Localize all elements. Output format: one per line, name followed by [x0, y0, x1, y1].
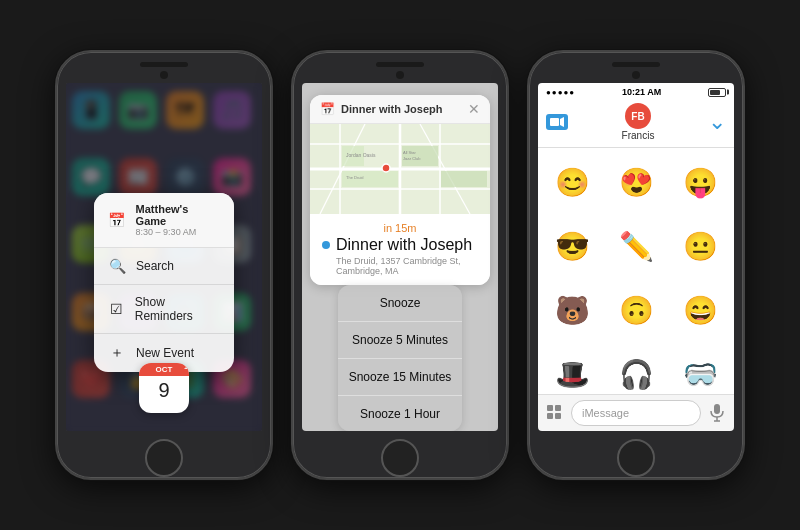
- message-header: FB Francis ⌄: [538, 99, 734, 148]
- phone-camera-3: [632, 71, 640, 79]
- snooze-options: Snooze Snooze 5 Minutes Snooze 15 Minute…: [338, 285, 463, 431]
- home-button-3[interactable]: [617, 439, 655, 477]
- checkbox-icon: ☑: [108, 301, 125, 317]
- new-event-label: New Event: [136, 346, 194, 360]
- event-name-row: Dinner with Joseph: [322, 236, 478, 254]
- notif-cal-icon: 📅: [320, 102, 335, 116]
- svg-rect-20: [547, 405, 553, 411]
- imessage-placeholder: iMessage: [582, 407, 629, 419]
- sticker-grid: 😊 😍 😛 😎 ✏️ 😐: [538, 148, 734, 394]
- map-svg: Jordan Oasis All Star Jazz Club The Drui…: [310, 124, 490, 214]
- sticker-7[interactable]: 🐻: [542, 280, 602, 340]
- video-icon[interactable]: [546, 114, 568, 130]
- close-icon[interactable]: ✕: [468, 101, 480, 117]
- svg-text:Jazz Club: Jazz Club: [403, 156, 421, 161]
- phone-screen-2: 📅 Dinner with Joseph ✕: [302, 83, 498, 431]
- event-time-countdown: in 15m: [322, 222, 478, 234]
- sticker-12[interactable]: 🥽: [670, 344, 730, 394]
- search-label: Search: [136, 259, 174, 273]
- context-item-search[interactable]: 🔍 Search: [94, 248, 234, 285]
- notification-app-name: Dinner with Joseph: [341, 103, 442, 115]
- status-time: 10:21 AM: [622, 87, 661, 97]
- avatar: FB: [625, 103, 651, 129]
- phone-camera-2: [396, 71, 404, 79]
- sticker-8[interactable]: 🙃: [606, 280, 666, 340]
- calendar-icon: 📅: [108, 212, 126, 228]
- sticker-9[interactable]: 😄: [670, 280, 730, 340]
- video-svg: [550, 117, 564, 127]
- sticker-1[interactable]: 😊: [542, 152, 602, 212]
- context-item-reminders[interactable]: ☑ Show Reminders: [94, 285, 234, 334]
- svg-rect-24: [714, 404, 720, 414]
- svg-rect-12: [441, 171, 487, 187]
- event-name: Dinner with Joseph: [336, 236, 472, 254]
- svg-text:All Star: All Star: [403, 150, 417, 155]
- status-bar: ●●●●● 10:21 AM: [538, 83, 734, 99]
- cal-day: 9: [158, 376, 169, 400]
- context-item-event[interactable]: 📅 Matthew's Game 8:30 – 9:30 AM: [94, 193, 234, 248]
- sticker-4[interactable]: 😎: [542, 216, 602, 276]
- event-address: The Druid, 1357 Cambridge St, Cambridge,…: [322, 256, 478, 276]
- input-area: iMessage: [538, 394, 734, 431]
- svg-marker-19: [560, 117, 564, 127]
- home-button-2[interactable]: [381, 439, 419, 477]
- chevron-down-icon[interactable]: ⌄: [708, 109, 726, 135]
- notification-header: 📅 Dinner with Joseph ✕: [310, 95, 490, 124]
- carrier-dots: ●●●●●: [546, 88, 575, 97]
- sticker-3[interactable]: 😛: [670, 152, 730, 212]
- svg-rect-21: [555, 405, 561, 411]
- snooze-option-1[interactable]: Snooze 5 Minutes: [338, 322, 463, 359]
- mic-button[interactable]: [706, 402, 728, 424]
- phone-speaker-3: [612, 62, 660, 67]
- sticker-6[interactable]: 😐: [670, 216, 730, 276]
- battery-icon: [708, 88, 726, 97]
- svg-rect-23: [555, 413, 561, 419]
- context-menu: 📅 Matthew's Game 8:30 – 9:30 AM 🔍 Search…: [94, 193, 234, 372]
- home-screen: 📱 📷 🗺 🎵 💬 📰 ⚙️ 📸 🛒 ⭐ 🌐 📋 📦 🎮 🔊 📊 ❤️ 🔒 🌿 …: [66, 83, 262, 431]
- home-button-1[interactable]: [145, 439, 183, 477]
- status-left: ●●●●●: [546, 88, 575, 97]
- phone-screen-3: ●●●●● 10:21 AM FB Francis: [538, 83, 734, 431]
- sticker-5[interactable]: ✏️: [606, 216, 666, 276]
- contact-name: Francis: [622, 130, 655, 141]
- phone-1: 📱 📷 🗺 🎵 💬 📰 ⚙️ 📸 🛒 ⭐ 🌐 📋 📦 🎮 🔊 📊 ❤️ 🔒 🌿 …: [55, 50, 273, 480]
- plus-icon: ＋: [108, 344, 126, 362]
- contact-info: FB Francis: [622, 103, 655, 141]
- svg-rect-22: [547, 413, 553, 419]
- search-icon: 🔍: [108, 258, 126, 274]
- sticker-2[interactable]: 😍: [606, 152, 666, 212]
- phone-screen-1: 📱 📷 🗺 🎵 💬 📰 ⚙️ 📸 🛒 ⭐ 🌐 📋 📦 🎮 🔊 📊 ❤️ 🔒 🌿 …: [66, 83, 262, 431]
- status-right: [708, 88, 726, 97]
- notification-title-row: 📅 Dinner with Joseph: [320, 102, 442, 116]
- snooze-option-3[interactable]: Snooze 1 Hour: [338, 396, 463, 431]
- svg-text:Jordan Oasis: Jordan Oasis: [346, 152, 376, 158]
- event-title: Matthew's Game: [136, 203, 220, 227]
- notification-content: in 15m Dinner with Joseph The Druid, 135…: [310, 214, 490, 285]
- imessage-screen: ●●●●● 10:21 AM FB Francis: [538, 83, 734, 431]
- phone-speaker-2: [376, 62, 424, 67]
- svg-point-17: [382, 164, 390, 172]
- svg-text:The Druid: The Druid: [346, 175, 364, 180]
- mic-icon: [710, 404, 724, 422]
- calendar-dock-icon[interactable]: OCT 9 1: [139, 363, 189, 413]
- event-time: 8:30 – 9:30 AM: [136, 227, 220, 237]
- sticker-11[interactable]: 🎧: [606, 344, 666, 394]
- phone-camera-1: [160, 71, 168, 79]
- reminders-label: Show Reminders: [135, 295, 220, 323]
- phone-3: ●●●●● 10:21 AM FB Francis: [527, 50, 745, 480]
- imessage-input[interactable]: iMessage: [571, 400, 701, 426]
- event-dot: [322, 241, 330, 249]
- sticker-10[interactable]: 🎩: [542, 344, 602, 394]
- notification-card: 📅 Dinner with Joseph ✕: [310, 95, 490, 285]
- snooze-option-0[interactable]: Snooze: [338, 285, 463, 322]
- snooze-option-2[interactable]: Snooze 15 Minutes: [338, 359, 463, 396]
- svg-rect-18: [550, 118, 559, 126]
- phone-speaker-1: [140, 62, 188, 67]
- notification-screen: 📅 Dinner with Joseph ✕: [302, 83, 498, 431]
- apps-button[interactable]: [544, 402, 566, 424]
- grid-icon: [547, 405, 563, 421]
- phone-2: 📅 Dinner with Joseph ✕: [291, 50, 509, 480]
- map-area: Jordan Oasis All Star Jazz Club The Drui…: [310, 124, 490, 214]
- cal-badge: 1: [180, 363, 189, 372]
